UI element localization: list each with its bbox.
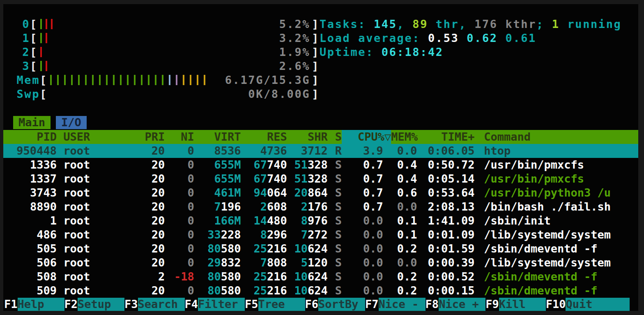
cell-text: 0	[187, 256, 194, 269]
process-row[interactable]: 8890root200719626082176S0.70.02:08.13/bi…	[3, 200, 638, 214]
process-row[interactable]: 3743root200461M9406420864S0.70.60:53.64/…	[3, 186, 638, 200]
cell-text: 0	[187, 144, 194, 157]
cell-text: root	[63, 228, 90, 241]
column-header-s[interactable]: S	[328, 130, 342, 144]
meter-bar: 3.2%	[38, 31, 312, 45]
meter-tick	[40, 61, 42, 71]
meter-bar: 6.17G/15.3G	[48, 73, 312, 87]
meter-close-bracket: ]	[312, 59, 320, 73]
cell-shr: 10624	[287, 284, 328, 298]
column-header-ni[interactable]: NI	[165, 130, 194, 144]
cell-pid: 1	[7, 214, 57, 228]
cell-text: 20	[152, 228, 165, 241]
cell-pid: 508	[7, 270, 57, 284]
meter-tick	[197, 75, 198, 85]
cell-text: /bin/bash ./fail.sh	[484, 200, 611, 213]
cell-s: S	[328, 256, 342, 270]
cell-text: root	[63, 186, 90, 199]
summary-segment: ,	[397, 18, 413, 30]
cell-text: htop	[484, 144, 511, 157]
fkey-search[interactable]: F3Search	[124, 298, 185, 311]
fkey-quit[interactable]: F10Quit	[546, 298, 630, 311]
cell-cmd: /sbin/dmeventd -f	[484, 284, 638, 298]
meter-panel: 0[5.2%]1[3.2%]2[1.9%]3[2.6%]Mem[6.17G/15…	[14, 17, 320, 101]
column-header-pid[interactable]: PID	[7, 130, 57, 144]
fkey-nice[interactable]: F7Nice -	[365, 298, 426, 311]
cell-cpu: 0.7	[342, 200, 383, 214]
tab-io[interactable]: I/O	[56, 116, 87, 129]
meter-close-bracket: ]	[312, 45, 320, 59]
cell-pid: 486	[7, 228, 57, 242]
cell-text: 740	[267, 172, 287, 185]
cell-text: 20	[152, 242, 165, 255]
process-row[interactable]: 950448root200853647363712R3.90.00:06.05h…	[3, 144, 638, 158]
cell-text: /usr/bin/python3 /u	[484, 186, 611, 199]
cell-text: 0:00.15	[428, 284, 475, 297]
column-header-cpu[interactable]: CPU%▽	[342, 130, 391, 144]
cell-text: 0	[187, 186, 194, 199]
cell-user: root	[63, 256, 130, 270]
cell-virt: 461M	[194, 186, 241, 200]
fkey-kill[interactable]: F9Kill	[485, 298, 546, 311]
cell-cpu: 0.0	[342, 214, 383, 228]
process-row[interactable]: 1336root200655M6774051328S0.70.40:50.72/…	[3, 158, 638, 172]
column-header-mem[interactable]: MEM%	[391, 130, 418, 144]
column-header-time[interactable]: TIME+	[418, 130, 474, 144]
cell-text: 8	[301, 214, 308, 227]
meter-tick	[46, 61, 47, 71]
cell-text: 0	[187, 158, 194, 171]
cell-text: 0.0	[363, 242, 383, 255]
column-header-cmd[interactable]: Command	[484, 130, 638, 144]
cell-user: root	[63, 284, 130, 298]
meter-close-bracket: ]	[312, 31, 320, 45]
fkey-number: F5	[245, 298, 258, 311]
cell-time: 0:53.64	[417, 186, 475, 200]
cell-res: 8296	[241, 228, 287, 242]
column-header-res[interactable]: RES	[241, 130, 287, 144]
process-row[interactable]: 1root200166M144808976S0.00.11:41.09/sbin…	[3, 214, 638, 228]
cell-text: 0:01.09	[428, 228, 475, 241]
cell-text: 25	[253, 270, 267, 283]
fkey-filter[interactable]: F4Filter	[185, 298, 245, 311]
meter-value: 6.17G/15.3G	[225, 73, 310, 87]
process-row[interactable]: 509root200805802521610624S0.00.20:00.15/…	[3, 284, 638, 298]
cell-shr: 2176	[287, 200, 328, 214]
cell-text: 509	[37, 284, 57, 297]
process-row[interactable]: 1337root200655M6774051328S0.70.40:05.14/…	[3, 172, 638, 186]
cell-time: 0:01.09	[417, 228, 475, 242]
cell-s: S	[328, 200, 342, 214]
cell-s: S	[328, 242, 342, 256]
cell-text: 0.0	[363, 228, 383, 241]
meter-close-bracket: ]	[312, 17, 320, 31]
cell-cpu: 0.7	[342, 172, 383, 186]
tab-main[interactable]: Main	[13, 116, 51, 129]
cell-text: 655M	[214, 158, 241, 171]
cell-text: 480	[267, 214, 287, 227]
cell-pri: 20	[130, 256, 165, 270]
process-row[interactable]: 486root2003322882967272S0.00.10:01.09/li…	[3, 228, 638, 242]
fkey-label: Kill	[499, 298, 546, 311]
column-header-shr[interactable]: SHR	[287, 130, 328, 144]
meter-tick	[50, 75, 52, 85]
cell-text: 7	[301, 228, 308, 241]
meter-value: 1.9%	[279, 45, 310, 59]
process-row[interactable]: 508root2-18805802521610624S0.00.20:00.52…	[3, 270, 638, 284]
process-row[interactable]: 506root2002983278085120S0.00.00:00.39/li…	[3, 256, 638, 270]
column-header-user[interactable]: USER	[63, 130, 130, 144]
column-header-virt[interactable]: VIRT	[194, 130, 241, 144]
cell-shr: 51328	[287, 172, 328, 186]
meter-tick	[169, 75, 170, 85]
cell-mem: 0.0	[383, 200, 417, 214]
fkey-help[interactable]: F1Help	[4, 298, 64, 311]
meter-open-bracket: [	[30, 17, 38, 31]
fkey-setup[interactable]: F2Setup	[64, 298, 125, 311]
column-header-pri[interactable]: PRI	[130, 130, 165, 144]
fkey-tree[interactable]: F5Tree	[245, 298, 305, 311]
cell-pri: 20	[130, 200, 165, 214]
process-row[interactable]: 505root200805802521610624S0.00.20:01.59/…	[3, 242, 638, 256]
cell-pri: 20	[130, 172, 165, 186]
cell-text: 2	[301, 200, 308, 213]
cell-text: 25	[253, 284, 267, 297]
fkey-sortby[interactable]: F6SortBy	[305, 298, 366, 311]
fkey-nice[interactable]: F8Nice +	[426, 298, 486, 311]
